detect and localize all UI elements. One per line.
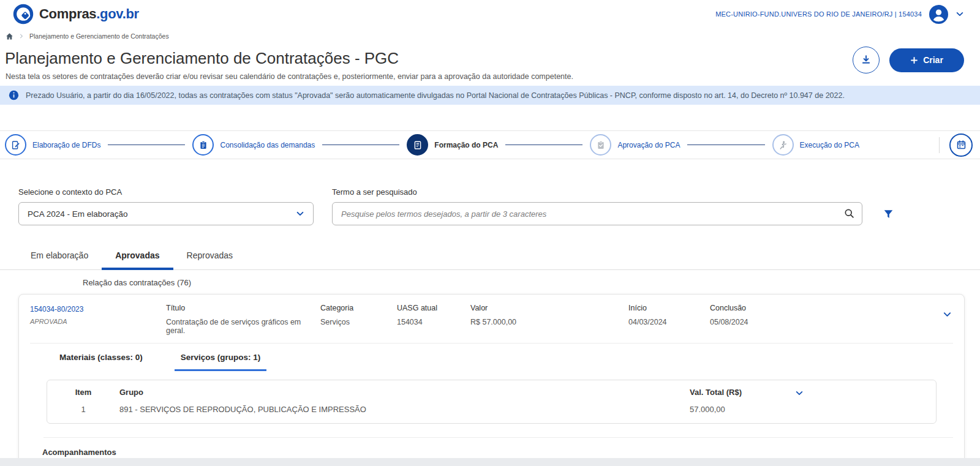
pca-context-value: PCA 2024 - Em elaboração (28, 209, 128, 219)
step-formacao-pca[interactable]: Formação do PCA (407, 134, 498, 156)
pca-context-label: Selecione o contexto do PCA (18, 187, 314, 197)
create-button[interactable]: Criar (889, 48, 964, 72)
page-bottom-strip (0, 458, 980, 466)
download-button[interactable] (853, 47, 880, 73)
items-tabs: Materiais (classes: 0) Serviços (grupos:… (53, 353, 964, 371)
search-term-label: Termo a ser pesquisado (332, 187, 862, 197)
contract-status-badge: APROVADA (30, 318, 166, 325)
field-valor: Valor R$ 57.000,00 (470, 304, 628, 326)
step-consolidacao-demandas[interactable]: Consolidação das demandas (192, 134, 315, 156)
org-name: MEC-UNIRIO-FUND.UNIVERS DO RIO DE JANEIR… (715, 10, 922, 18)
tab-servicos[interactable]: Serviços (grupos: 1) (175, 353, 267, 371)
user-menu-chevron-icon[interactable] (956, 10, 964, 18)
field-conclusao: Conclusão 05/08/2024 (710, 304, 943, 326)
col-val-total-header: Val. Total (R$) (690, 388, 795, 397)
download-icon (861, 54, 872, 66)
items-table: Item Grupo Val. Total (R$) 1 891 - SERVI… (47, 380, 937, 424)
contract-collapse-chevron-icon[interactable] (943, 310, 952, 319)
step-connector (108, 145, 185, 145)
cell-val-total: 57.000,00 (690, 397, 795, 414)
status-tabs: Em elaboração Aprovadas Reprovadas (0, 244, 980, 270)
page-subtitle: Nesta tela os setores de contratações de… (6, 72, 980, 81)
compras-gov-logo[interactable]: Compras.gov.br (12, 3, 139, 25)
calendar-icon (956, 140, 967, 150)
logo-text: Compras.gov.br (39, 6, 139, 22)
breadcrumb-item: Planejamento e Gerenciamento de Contrata… (29, 32, 169, 40)
create-button-label: Criar (923, 55, 943, 65)
breadcrumb-separator-icon (19, 34, 24, 39)
banner-text: Prezado Usuário, a partir do dia 16/05/2… (26, 91, 845, 100)
runner-icon (772, 134, 794, 156)
stepper-divider (939, 137, 940, 153)
select-chevron-down-icon (296, 209, 304, 218)
document-icon (407, 134, 428, 156)
title-section: Planejamento e Gerenciamento de Contrata… (0, 44, 980, 81)
title-actions: Criar (853, 47, 964, 73)
clipboard-check-icon (590, 134, 611, 156)
contract-id-link[interactable]: 154034-80/2023 (30, 305, 166, 314)
list-header: Relação das contratações (76) (83, 278, 980, 287)
plus-icon (910, 56, 918, 64)
edit-document-icon (5, 134, 26, 156)
field-inicio: Início 04/03/2024 (628, 304, 710, 326)
items-table-header: Item Grupo Val. Total (R$) (47, 388, 936, 397)
page-title: Planejamento e Gerenciamento de Contrata… (5, 49, 980, 68)
step-connector (322, 145, 399, 145)
field-titulo: Título Contratação de de serviços gráfic… (166, 304, 320, 335)
tab-reprovadas[interactable]: Reprovadas (173, 244, 247, 270)
tab-aprovadas[interactable]: Aprovadas (102, 244, 173, 270)
field-uasg-atual: UASG atual 154034 (397, 304, 470, 326)
card-divider (30, 343, 953, 344)
step-execucao-pca[interactable]: Execução do PCA (772, 134, 859, 156)
search-input[interactable] (332, 202, 862, 225)
col-grupo-header: Grupo (119, 388, 690, 397)
step-elaboracao-dfds[interactable]: Elaboração de DFDs (5, 134, 100, 156)
step-connector (505, 145, 582, 145)
contract-card: 154034-80/2023 APROVADA Título Contrataç… (18, 294, 965, 466)
pca-stepper: Elaboração de DFDs Consolidação das dema… (0, 130, 980, 159)
user-menu[interactable]: MEC-UNIRIO-FUND.UNIVERS DO RIO DE JANEIR… (715, 5, 964, 24)
search-icon[interactable] (844, 208, 854, 219)
calendar-button[interactable] (949, 133, 973, 157)
compras-logo-icon (12, 3, 34, 25)
info-banner: Prezado Usuário, a partir do dia 16/05/2… (0, 86, 980, 105)
clipboard-icon (192, 134, 214, 156)
search-term-group: Termo a ser pesquisado (332, 187, 862, 225)
table-collapse-chevron-icon[interactable] (795, 388, 936, 397)
cell-item: 1 (47, 397, 119, 414)
contract-summary-row: 154034-80/2023 APROVADA Título Contrataç… (19, 295, 964, 343)
user-avatar-icon[interactable] (929, 5, 948, 24)
field-categoria: Categoria Serviços (320, 304, 397, 326)
filters-row: Selecione o contexto do PCA PCA 2024 - E… (18, 187, 980, 225)
step-connector (687, 145, 764, 145)
pca-context-group: Selecione o contexto do PCA PCA 2024 - E… (18, 187, 314, 225)
cell-grupo: 891 - SERVIÇOS DE REPRODUÇÃO, PUBLICAÇÃO… (119, 397, 690, 414)
pca-context-select[interactable]: PCA 2024 - Em elaboração (18, 202, 314, 225)
breadcrumb: Planejamento e Gerenciamento de Contrata… (0, 28, 980, 44)
tab-em-elaboracao[interactable]: Em elaboração (17, 244, 102, 270)
filter-funnel-icon[interactable] (883, 209, 894, 219)
top-bar: Compras.gov.br MEC-UNIRIO-FUND.UNIVERS D… (0, 0, 980, 28)
col-item-header: Item (47, 388, 119, 397)
step-aprovacao-pca[interactable]: Aprovação do PCA (590, 134, 680, 156)
tab-materiais[interactable]: Materiais (classes: 0) (53, 353, 149, 371)
info-icon (9, 90, 19, 100)
table-row: 1 891 - SERVIÇOS DE REPRODUÇÃO, PUBLICAÇ… (47, 397, 936, 414)
home-icon[interactable] (6, 32, 13, 40)
